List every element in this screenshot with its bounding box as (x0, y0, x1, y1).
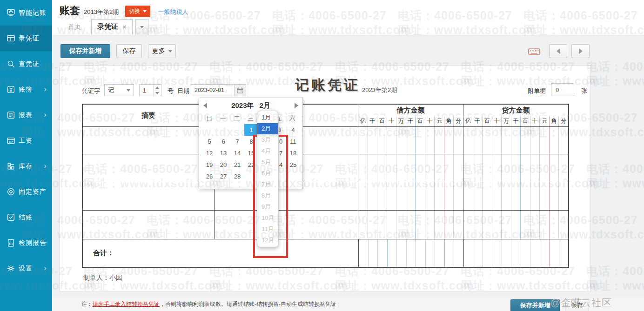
amount-digit-cell (540, 211, 550, 239)
calendar-day[interactable]: 8 (244, 136, 258, 147)
fixed-assets-icon (6, 187, 15, 197)
debit-amount-cell[interactable] (358, 182, 463, 211)
next-voucher-button[interactable] (571, 44, 590, 58)
save-button[interactable]: 保存 (116, 44, 142, 58)
tab-voucher-entry[interactable]: 录凭证 × (91, 19, 133, 35)
month-option[interactable]: 5月 (257, 157, 278, 168)
amount-digit-cell (359, 239, 369, 267)
prev-month-icon[interactable] (203, 103, 207, 108)
taxpayer-link[interactable]: 一般纳税人 (158, 8, 188, 16)
month-option[interactable]: 8月 (257, 190, 278, 201)
subject-cell[interactable] (215, 211, 358, 239)
chevron-right-icon: › (44, 85, 47, 94)
calendar-icon[interactable] (234, 85, 246, 96)
credit-amount-cell[interactable] (463, 211, 568, 239)
amount-digit-cell (550, 211, 559, 239)
calendar-day[interactable]: 21 (230, 159, 244, 171)
calendar-day[interactable]: 27 (216, 171, 230, 182)
summary-cell[interactable] (83, 211, 215, 239)
calendar-day[interactable]: 12 (202, 147, 216, 159)
calendar-day[interactable]: 1 (244, 124, 258, 136)
calendar-day[interactable]: 13 (216, 147, 230, 159)
month-option[interactable]: 6月 (257, 168, 278, 179)
calendar-day[interactable]: 18 (286, 147, 300, 159)
switch-account-button[interactable]: 切换 (125, 6, 150, 17)
calendar-day[interactable]: 7 (230, 136, 244, 147)
credit-amount-cell[interactable] (463, 182, 568, 211)
summary-cell[interactable] (83, 182, 215, 211)
calendar-day[interactable]: 26 (202, 171, 216, 182)
month-option[interactable]: 12月 (257, 235, 278, 246)
calendar-day[interactable]: 22 (244, 159, 258, 171)
tab-home[interactable]: 首页 (60, 20, 88, 35)
month-option[interactable]: 4月 (257, 146, 278, 157)
credit-amount-cell[interactable] (463, 127, 568, 154)
sidebar-item-inventory[interactable]: 库存› (0, 153, 52, 179)
calendar-day[interactable]: 19 (202, 159, 216, 171)
step-down-icon[interactable] (155, 92, 159, 94)
sidebar-item-reports[interactable]: 报表› (0, 102, 52, 128)
month-option[interactable]: 7月 (257, 179, 278, 190)
closing-icon (6, 213, 15, 222)
month-option[interactable]: 11月 (257, 224, 278, 235)
amount-digit-cell (406, 211, 416, 239)
keyboard-shortcut-icon[interactable] (527, 47, 541, 58)
smart-accounting-icon (6, 8, 15, 18)
amount-digit-cell (358, 154, 368, 182)
ledger-icon (6, 85, 15, 94)
voucher-number-input[interactable]: 1 (139, 84, 161, 96)
calendar-day[interactable]: 14 (230, 147, 244, 159)
summary-cell[interactable] (83, 127, 215, 154)
footer-save-and-new-button[interactable]: 保存并新增 (510, 299, 560, 311)
datepicker-month[interactable]: 2月 (260, 101, 270, 110)
warning-link[interactable]: 请勿手工录入结转损益凭证 (93, 301, 160, 307)
sidebar-item-closing[interactable]: 结账 (0, 205, 52, 230)
footer-save-button[interactable]: 保存 (565, 299, 589, 311)
sidebar-item-smart-accounting[interactable]: 智能记账 (0, 0, 52, 26)
calendar-day[interactable]: 20 (216, 159, 230, 171)
debit-amount-cell[interactable] (358, 127, 463, 154)
step-up-icon[interactable] (155, 86, 159, 89)
number-stepper[interactable] (153, 85, 161, 96)
datepicker-title[interactable]: 2023年 2月 (231, 101, 270, 110)
sidebar-item-payroll[interactable]: 工资 (0, 128, 52, 153)
voucher-word-select[interactable]: 记 (104, 84, 134, 96)
sidebar-item-fixed-assets[interactable]: 固定资产 (0, 179, 52, 205)
sidebar-item-voucher-search[interactable]: 查凭证 (0, 51, 52, 77)
month-option[interactable]: 10月 (257, 212, 278, 224)
calendar-day[interactable]: 15 (244, 147, 258, 159)
sidebar-item-settings[interactable]: 设置› (0, 256, 52, 281)
debit-amount-cell[interactable] (358, 211, 463, 239)
calendar-day[interactable]: 4 (286, 124, 300, 136)
calendar-day[interactable]: 25 (286, 159, 300, 171)
calendar-day[interactable]: 5 (202, 136, 216, 147)
sidebar-item-voucher-entry[interactable]: 录凭证 (0, 26, 52, 51)
month-option[interactable]: 3月 (257, 134, 278, 146)
calendar-day[interactable]: 28 (230, 171, 244, 182)
month-option[interactable]: 9月 (257, 201, 278, 212)
debit-amount-cell[interactable] (358, 154, 463, 182)
calendar-day[interactable]: 11 (286, 136, 300, 147)
next-month-icon[interactable] (295, 103, 298, 108)
amount-digit-cell (368, 182, 378, 211)
preparer-label: 制单人：小因 (83, 274, 122, 282)
month-option[interactable]: 2月 (257, 123, 278, 134)
previous-voucher-button[interactable] (549, 44, 567, 58)
sidebar-item-ledger[interactable]: 账簿› (0, 77, 52, 102)
date-input[interactable]: 2023-02-01 (191, 84, 246, 96)
credit-amount-cell[interactable] (463, 154, 568, 182)
amount-digit-cell (492, 154, 502, 182)
inventory-icon (6, 162, 15, 171)
more-button[interactable]: 更多 (148, 44, 176, 58)
calendar-day[interactable]: 6 (216, 136, 230, 147)
attachment-count-input[interactable]: 0 (551, 83, 574, 96)
close-tab-icon[interactable]: × (122, 23, 127, 31)
tab-list-dropdown[interactable] (135, 19, 148, 35)
datepicker-year[interactable]: 2023年 (231, 101, 254, 110)
debit-digit-headers: 亿千百十万千百十元角分 (358, 116, 463, 126)
month-option[interactable]: 1月 (257, 112, 278, 123)
sidebar-item-inspection-report[interactable]: 检测报告 (0, 230, 52, 256)
amount-digit-cell (444, 182, 454, 211)
save-and-new-button[interactable]: 保存并新增 (60, 44, 110, 58)
summary-cell[interactable] (83, 154, 215, 182)
